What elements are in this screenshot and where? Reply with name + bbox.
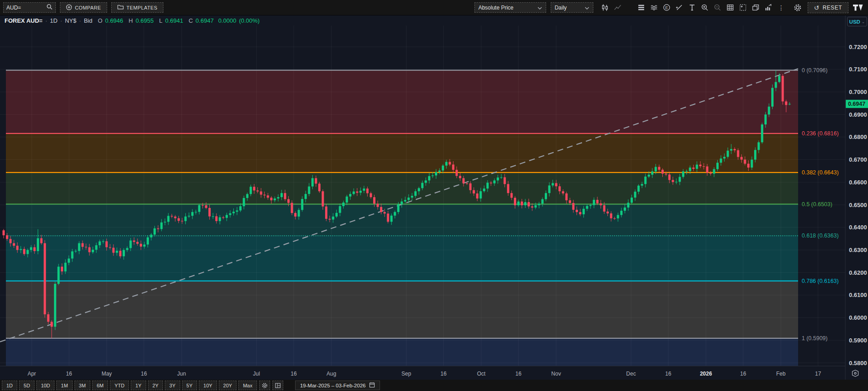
data-table-icon[interactable] (725, 2, 736, 13)
range-button-1y[interactable]: 1Y (131, 381, 146, 390)
legend-separator: · (79, 17, 81, 24)
templates-button[interactable]: TEMPLATES (111, 2, 163, 13)
candle-body (486, 183, 488, 188)
more-options-icon[interactable]: ⋮ (776, 2, 787, 13)
fib-label-0.786: 0.786 (0.6163) (802, 278, 838, 284)
range-button-5d[interactable]: 5D (19, 381, 35, 390)
zoom-in-icon[interactable] (700, 2, 710, 13)
price-axis-label[interactable]: 0.6600 (849, 179, 867, 186)
range-button-1d[interactable]: 1D (2, 381, 17, 390)
legend-low-value: 0.6941 (165, 17, 183, 24)
range-button-3y[interactable]: 3Y (165, 381, 180, 390)
compare-button[interactable]: COMPARE (60, 2, 107, 13)
price-axis-label[interactable]: 0.5900 (849, 337, 867, 344)
time-axis-label[interactable]: 16 (440, 371, 447, 377)
time-axis-label[interactable]: 17 (815, 371, 821, 377)
price-axis-label[interactable]: 0.7200 (849, 44, 867, 50)
settings-gear-icon[interactable] (792, 2, 803, 13)
price-axis-label[interactable]: 0.6200 (849, 269, 867, 276)
time-axis-label[interactable]: Aug (326, 371, 336, 377)
time-axis-label[interactable]: Dec (626, 371, 636, 377)
range-settings-gear-icon[interactable] (259, 381, 270, 390)
copy-snapshot-icon[interactable] (750, 2, 761, 13)
candle-body (658, 167, 660, 169)
interval-select[interactable]: Daily (551, 2, 593, 13)
text-tool-icon[interactable] (687, 2, 698, 13)
time-axis-label[interactable]: 16 (141, 371, 147, 377)
selection-region-icon[interactable] (738, 2, 749, 13)
price-axis-label[interactable]: 0.6100 (849, 292, 867, 298)
time-axis-label[interactable]: 16 (291, 371, 297, 377)
range-button-max[interactable]: Max (238, 381, 257, 390)
chart-legend[interactable]: FOREX AUD= · 1D · NY$ · Bid O0.6946 H0.6… (5, 17, 260, 24)
fib-label-0: 0 (0.7096) (802, 67, 828, 74)
candle-body (57, 267, 59, 284)
range-button-2y[interactable]: 2Y (148, 381, 163, 390)
layout-grid-icon[interactable] (272, 381, 283, 390)
layers-rows-icon[interactable] (636, 2, 647, 13)
waves-overlay-icon[interactable] (649, 2, 660, 13)
price-mode-select[interactable]: Absolute Price (474, 2, 546, 13)
time-axis-label[interactable]: Jun (177, 371, 186, 377)
candle-body (679, 177, 681, 182)
date-range-picker[interactable]: 19-Mar-2025 – 03-Feb-2026 (295, 381, 380, 390)
trendline-tool-icon[interactable] (674, 2, 685, 13)
price-axis-label[interactable]: 0.6800 (849, 134, 867, 140)
candle-body (380, 207, 382, 212)
range-button-1m[interactable]: 1M (56, 381, 72, 390)
price-axis-label[interactable]: 0.6000 (849, 314, 867, 321)
price-axis-label[interactable]: 0.5800 (849, 360, 867, 366)
range-button-ytd[interactable]: YTD (110, 381, 129, 390)
symbol-search-value: AUD= (6, 5, 21, 11)
symbol-search-input[interactable]: AUD= (3, 2, 56, 13)
candle-body (129, 241, 132, 248)
range-button-5y[interactable]: 5Y (182, 381, 197, 390)
price-axis-label[interactable]: 0.6500 (849, 202, 867, 208)
time-axis-label[interactable]: Feb (776, 371, 786, 377)
time-axis-label[interactable]: May (102, 371, 112, 377)
currency-badge[interactable]: USD ⌄ (847, 17, 867, 26)
time-axis-label[interactable]: 16 (515, 371, 522, 377)
price-chart[interactable]: 0 (0.7096)0.236 (0.6816)0.382 (0.6643)0.… (0, 0, 868, 391)
candle-body (16, 246, 19, 250)
time-axis-label[interactable]: 16 (665, 371, 671, 377)
events-icon[interactable]: E (661, 2, 672, 13)
candle-body (353, 192, 355, 194)
candle-body (68, 258, 70, 262)
candle-body (737, 150, 739, 157)
price-axis-label[interactable]: 0.6900 (849, 111, 867, 118)
range-button-20y[interactable]: 20Y (219, 381, 237, 390)
candle-body (449, 162, 451, 165)
time-axis-label[interactable]: Apr (28, 371, 36, 377)
time-axis-label[interactable]: Nov (551, 371, 561, 377)
time-axis-label[interactable]: Sep (401, 371, 411, 377)
time-axis-label[interactable]: 2026 (700, 371, 712, 377)
time-axis-label[interactable]: 16 (740, 371, 746, 377)
zoom-out-icon[interactable] (712, 2, 723, 13)
time-axis-label[interactable]: Jul (253, 371, 260, 377)
tradingview-logo-icon[interactable] (853, 4, 864, 11)
price-axis-label[interactable]: 0.7100 (849, 66, 867, 73)
range-button-6m[interactable]: 6M (92, 381, 108, 390)
range-button-10y[interactable]: 10Y (199, 381, 217, 390)
candle-body (761, 124, 763, 142)
range-button-3m[interactable]: 3M (74, 381, 90, 390)
price-axis-label[interactable]: 0.6700 (849, 156, 867, 163)
reset-button[interactable]: ↺ RESET (808, 2, 848, 13)
axis-settings-icon[interactable] (851, 369, 860, 380)
candle-body (287, 199, 290, 203)
chart-export-icon[interactable] (763, 2, 774, 13)
candle-body (651, 171, 653, 174)
price-axis-label[interactable]: 0.6400 (849, 224, 867, 231)
price-axis-label[interactable]: 0.7000 (849, 89, 867, 95)
time-axis-label[interactable]: Oct (477, 371, 486, 377)
candle-body (26, 250, 29, 254)
candle-body (178, 218, 180, 221)
price-axis-label[interactable]: 0.6300 (849, 247, 867, 253)
range-button-10d[interactable]: 10D (36, 381, 54, 390)
candlestick-style-icon[interactable] (600, 2, 611, 13)
top-toolbar: AUD= COMPARE TEMPLATES Absolute Price Da… (0, 0, 868, 15)
time-axis-label[interactable]: 16 (66, 371, 72, 377)
chevron-down-icon (538, 5, 542, 11)
line-chart-style-icon[interactable] (612, 2, 623, 13)
